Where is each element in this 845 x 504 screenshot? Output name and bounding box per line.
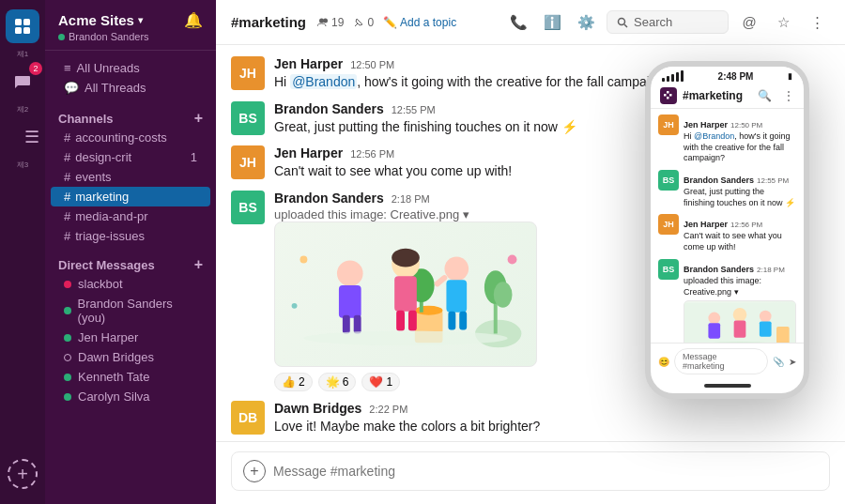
dm-badge: 2 (29, 62, 42, 75)
message-input-box[interactable]: + (231, 451, 830, 491)
info-button[interactable]: ℹ️ (539, 9, 565, 36)
dm-name: Jen Harper (78, 330, 138, 344)
phone-home-indicator (704, 384, 751, 388)
members-icon (317, 17, 329, 28)
channel-item-events[interactable]: # events (51, 167, 210, 187)
message-author: Brandon Sanders (274, 191, 384, 206)
channel-item-media-and-pr[interactable]: # media-and-pr (51, 206, 210, 226)
add-topic-label: Add a topic (400, 16, 456, 29)
reaction-star[interactable]: 🌟6 (318, 373, 357, 391)
svg-point-17 (337, 260, 363, 286)
workspace-name[interactable]: Acme Sites ▾ (58, 12, 143, 28)
sidebar-item-all-unreads[interactable]: ≡ All Unreads (51, 58, 210, 78)
notification-bell-icon[interactable]: 🔔 (184, 11, 203, 29)
phone-attachment-icon[interactable]: 📎 (773, 357, 784, 367)
phone-emoji-icon[interactable]: 😊 (658, 357, 669, 367)
svg-point-42 (733, 308, 747, 322)
hash-icon: # (64, 229, 70, 243)
settings-button[interactable]: ⚙️ (573, 9, 599, 36)
add-channel-button[interactable]: + (194, 111, 203, 126)
sidebar-icon-dm[interactable]: 2 (6, 65, 39, 99)
svg-rect-38 (667, 97, 669, 99)
attach-button[interactable]: + (243, 460, 266, 482)
more-button[interactable]: ⋮ (804, 9, 830, 36)
phone-msg-body: Brandon Sanders12:55 PM Great, just putt… (684, 170, 796, 208)
online-status-dot (64, 307, 71, 314)
online-status-dot (64, 393, 71, 401)
search-box[interactable]: Search (607, 10, 729, 34)
phone-signal (662, 70, 684, 82)
phone-search-icon[interactable]: 🔍 (758, 89, 772, 102)
all-unreads-label: All Unreads (77, 61, 197, 75)
svg-line-8 (624, 24, 627, 27)
phone-message-input[interactable]: Message #marketing (674, 348, 768, 374)
phone-messages: JH Jen Harper12:50 PM Hi @Brandon, how's… (651, 109, 804, 343)
svg-rect-22 (394, 276, 417, 312)
sidebar-icon-label-1: 제1 (17, 49, 28, 59)
dm-name: slackbot (78, 277, 123, 291)
dm-item-dawn[interactable]: Dawn Bridges (51, 347, 210, 367)
phone-msg-body: Jen Harper12:50 PM Hi @Brandon, how's it… (684, 115, 796, 164)
sidebar-icon-home[interactable] (6, 9, 39, 43)
dm-item-carolyn[interactable]: Carolyn Silva (51, 387, 210, 406)
svg-rect-30 (434, 274, 449, 288)
phone-mockup: 2:48 PM ▮ #marketing 🔍 ⋮ JH Jen Harper12… (645, 61, 819, 418)
dm-item-kenneth[interactable]: Kenneth Tate (51, 367, 210, 387)
slackbot-status-dot (64, 281, 71, 288)
channel-item-marketing[interactable]: # marketing (51, 187, 210, 206)
phone-message: BS Brandon Sanders12:55 PM Great, just p… (658, 170, 796, 208)
message-input[interactable] (273, 464, 818, 479)
add-dm-button[interactable]: + (194, 257, 203, 272)
dm-list: slackbot Brandon Sanders (you) Jen Harpe… (45, 274, 216, 406)
workspace-chevron-icon: ▾ (138, 15, 143, 25)
dm-section-header[interactable]: Direct Messages + (45, 252, 216, 274)
pin-icon (353, 17, 364, 28)
svg-point-25 (392, 248, 420, 267)
phone-message: BS Brandon Sanders2:18 PM uploaded this … (658, 259, 796, 343)
phone-status-bar: 2:48 PM ▮ (651, 67, 804, 84)
add-workspace-button[interactable]: + (8, 459, 38, 489)
online-status-dot (64, 334, 71, 342)
dm-name: Dawn Bridges (78, 350, 154, 364)
all-threads-label: All Threads (84, 81, 197, 95)
star-button[interactable]: ☆ (770, 9, 796, 36)
phone-more-icon[interactable]: ⋮ (783, 89, 794, 102)
channel-item-design-crit[interactable]: # design-crit 1 (51, 147, 210, 167)
online-status-dot (58, 34, 65, 40)
svg-rect-37 (669, 94, 672, 97)
reaction-thumbsup[interactable]: 👍2 (274, 373, 313, 391)
svg-point-14 (415, 306, 443, 315)
phone-image (684, 300, 796, 343)
phone-button[interactable]: 📞 (505, 9, 531, 36)
svg-point-32 (300, 255, 307, 263)
message-time: 12:50 PM (350, 59, 394, 70)
dm-item-jen[interactable]: Jen Harper (51, 328, 210, 347)
svg-line-6 (355, 23, 358, 26)
reaction-heart[interactable]: ❤️1 (361, 373, 400, 391)
svg-point-5 (323, 18, 328, 23)
avatar: JH (231, 145, 265, 179)
phone-msg-author: Jen Harper (684, 120, 728, 130)
header-actions: 📞 ℹ️ ⚙️ Search @ ☆ ⋮ (505, 9, 830, 36)
phone-msg-text: Hi @Brandon, how's it going with the cre… (684, 131, 796, 164)
message-author: Jen Harper (274, 56, 343, 71)
add-topic-link[interactable]: ✏️ Add a topic (383, 16, 456, 29)
channel-header: #marketing 19 0 ✏️ Add a topic 📞 ℹ️ ⚙️ S… (216, 0, 845, 45)
members-number: 19 (331, 16, 344, 29)
at-button[interactable]: @ (736, 9, 762, 36)
channels-section-header[interactable]: Channels + (45, 105, 216, 128)
phone-send-icon[interactable]: ➤ (789, 357, 796, 367)
pins-number: 0 (367, 16, 374, 29)
online-status-dot (64, 374, 71, 381)
phone-avatar: JH (658, 115, 679, 135)
sidebar-icon-activity[interactable]: ☰ (6, 120, 39, 154)
pins-count: 0 (353, 16, 374, 29)
svg-rect-29 (459, 312, 467, 330)
dm-item-slackbot[interactable]: slackbot (51, 274, 210, 294)
mention: @Brandon (694, 131, 734, 141)
channels-label: Channels (58, 112, 114, 126)
dm-item-brandon[interactable]: Brandon Sanders (you) (51, 294, 210, 328)
sidebar-item-all-threads[interactable]: 💬 All Threads (51, 78, 210, 98)
channel-item-accounting-costs[interactable]: # accounting-costs (51, 128, 210, 147)
channel-item-triage-issues[interactable]: # triage-issues (51, 226, 210, 246)
